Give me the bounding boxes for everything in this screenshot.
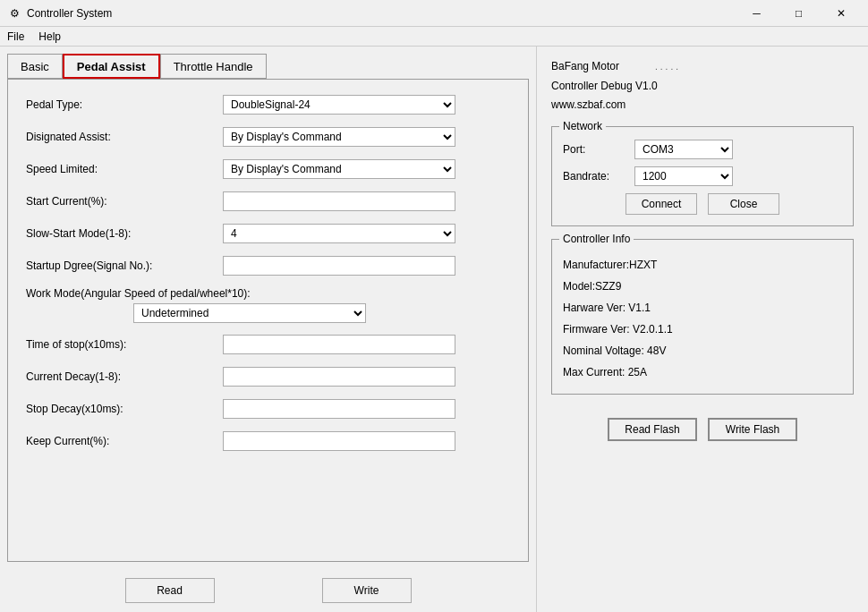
- brand-name: BaFang Motor: [551, 57, 619, 77]
- model-text: Model:SZZ9: [563, 276, 842, 297]
- website-text: www.szbaf.com: [551, 96, 854, 115]
- pedal-type-control: DoubleSignal-24 DoubleSignal-12 SingleSi…: [223, 95, 455, 115]
- tab-throttle-handle[interactable]: Throttle Handle: [160, 54, 267, 79]
- title-bar: ⚙ Controller System ─ □ ✕: [0, 0, 868, 27]
- menu-help[interactable]: Help: [31, 27, 68, 47]
- tab-basic[interactable]: Basic: [7, 54, 63, 79]
- pedal-type-row: Pedal Type: DoubleSignal-24 DoubleSignal…: [26, 94, 510, 115]
- brand-info: BaFang Motor ..... Controller Debug V1.0…: [551, 57, 854, 115]
- port-row: Port: COM3 COM1 COM2 COM4: [563, 140, 842, 159]
- slow-start-mode-select[interactable]: 123 456 78: [223, 224, 455, 243]
- startup-degree-control: 4: [223, 256, 455, 276]
- time-of-stop-control: 25: [223, 335, 455, 354]
- slow-start-mode-label: Slow-Start Mode(1-8):: [26, 227, 223, 240]
- stop-decay-label: Stop Decay(x10ms):: [26, 403, 223, 415]
- connect-button[interactable]: Connect: [625, 193, 697, 215]
- speed-limited-label: Speed Limited:: [26, 163, 223, 175]
- network-group: Network Port: COM3 COM1 COM2 COM4 Bandra…: [551, 126, 854, 226]
- time-of-stop-label: Time of stop(x10ms):: [26, 338, 223, 351]
- keep-current-label: Keep Current(%):: [26, 435, 223, 447]
- start-current-control: 50: [223, 191, 455, 211]
- maximize-button[interactable]: □: [779, 0, 819, 27]
- port-label: Port:: [563, 143, 634, 156]
- startup-degree-label: Startup Dgree(Signal No.):: [26, 259, 223, 272]
- bottom-buttons: Read Write: [0, 569, 536, 612]
- manufacturer-text: Manufacturer:HZXT: [563, 254, 842, 276]
- read-flash-button[interactable]: Read Flash: [608, 418, 697, 441]
- hardware-ver-text: Harware Ver: V1.1: [563, 297, 842, 319]
- network-close-button[interactable]: Close: [708, 193, 779, 215]
- speed-limited-control: By Display's Command 10 km/h 25 km/h: [223, 159, 455, 179]
- controller-info-content: Manufacturer:HZXT Model:SZZ9 Harware Ver…: [563, 254, 842, 383]
- time-of-stop-row: Time of stop(x10ms): 25: [26, 334, 510, 355]
- read-button[interactable]: Read: [125, 578, 215, 603]
- stop-decay-input[interactable]: 0: [223, 399, 455, 419]
- time-of-stop-input[interactable]: 25: [223, 335, 455, 354]
- title-bar-text: Controller System: [27, 7, 736, 20]
- baudrate-row: Bandrate: 1200 2400 4800 9600: [563, 166, 842, 186]
- title-bar-controls: ─ □ ✕: [736, 0, 861, 27]
- menu-file[interactable]: File: [0, 27, 31, 47]
- right-panel: BaFang Motor ..... Controller Debug V1.0…: [537, 47, 868, 612]
- disignated-assist-row: Disignated Assist: By Display's Command …: [26, 126, 510, 148]
- write-flash-button[interactable]: Write Flash: [708, 418, 797, 441]
- speed-limited-row: Speed Limited: By Display's Command 10 k…: [26, 158, 510, 180]
- current-decay-row: Current Decay(1-8): 8: [26, 366, 510, 387]
- work-mode-row: Work Mode(Angular Speed of pedal/wheel*1…: [26, 287, 510, 323]
- disignated-assist-select[interactable]: By Display's Command Level 1 Level 2: [223, 127, 455, 147]
- app-icon: ⚙: [7, 6, 21, 21]
- slow-start-mode-control: 123 456 78: [223, 224, 455, 243]
- menu-bar: File Help: [0, 27, 868, 47]
- network-buttons: Connect Close: [563, 193, 842, 215]
- start-current-row: Start Current(%): 50: [26, 191, 510, 212]
- startup-degree-input[interactable]: 4: [223, 256, 455, 276]
- port-select[interactable]: COM3 COM1 COM2 COM4: [634, 140, 733, 159]
- current-decay-label: Current Decay(1-8):: [26, 370, 223, 383]
- firmware-ver-text: Firmware Ver: V2.0.1.1: [563, 319, 842, 340]
- controller-info-title: Controller Info: [559, 233, 634, 245]
- minimize-button[interactable]: ─: [736, 0, 777, 27]
- nominal-voltage-text: Nominal Voltage: 48V: [563, 340, 842, 361]
- start-current-input[interactable]: 50: [223, 191, 455, 211]
- work-mode-select[interactable]: Undetermined Mode 1 Mode 2: [133, 303, 366, 323]
- max-current-text: Max Current: 25A: [563, 361, 842, 383]
- startup-degree-row: Startup Dgree(Signal No.): 4: [26, 255, 510, 276]
- form-area: Pedal Type: DoubleSignal-24 DoubleSignal…: [7, 79, 529, 562]
- controller-info-group: Controller Info Manufacturer:HZXT Model:…: [551, 239, 854, 395]
- baudrate-select[interactable]: 1200 2400 4800 9600: [634, 166, 733, 186]
- main-content: Basic Pedal Assist Throttle Handle Pedal…: [0, 47, 868, 612]
- pedal-type-select[interactable]: DoubleSignal-24 DoubleSignal-12 SingleSi…: [223, 95, 455, 115]
- pedal-type-label: Pedal Type:: [26, 98, 223, 111]
- work-mode-control: Undetermined Mode 1 Mode 2: [133, 303, 366, 323]
- left-panel: Basic Pedal Assist Throttle Handle Pedal…: [0, 47, 537, 612]
- current-decay-control: 8: [223, 367, 455, 387]
- work-mode-label: Work Mode(Angular Speed of pedal/wheel*1…: [26, 287, 510, 300]
- tab-bar: Basic Pedal Assist Throttle Handle: [0, 47, 536, 79]
- baudrate-label: Bandrate:: [563, 170, 634, 183]
- disignated-assist-control: By Display's Command Level 1 Level 2: [223, 127, 455, 147]
- stop-decay-row: Stop Decay(x10ms): 0: [26, 398, 510, 420]
- close-button[interactable]: ✕: [821, 0, 861, 27]
- flash-buttons: Read Flash Write Flash: [551, 418, 854, 441]
- speed-limited-select[interactable]: By Display's Command 10 km/h 25 km/h: [223, 159, 455, 179]
- keep-current-row: Keep Current(%): 60: [26, 430, 510, 452]
- network-group-title: Network: [559, 120, 606, 132]
- disignated-assist-label: Disignated Assist:: [26, 131, 223, 143]
- slow-start-mode-row: Slow-Start Mode(1-8): 123 456 78: [26, 223, 510, 244]
- keep-current-control: 60: [223, 431, 455, 451]
- keep-current-input[interactable]: 60: [223, 431, 455, 451]
- stop-decay-control: 0: [223, 399, 455, 419]
- write-button[interactable]: Write: [322, 578, 412, 603]
- current-decay-input[interactable]: 8: [223, 367, 455, 387]
- version-text: Controller Debug V1.0: [551, 77, 854, 97]
- tab-pedal-assist[interactable]: Pedal Assist: [63, 54, 160, 79]
- brand-dots: .....: [655, 59, 681, 75]
- start-current-label: Start Current(%):: [26, 195, 223, 208]
